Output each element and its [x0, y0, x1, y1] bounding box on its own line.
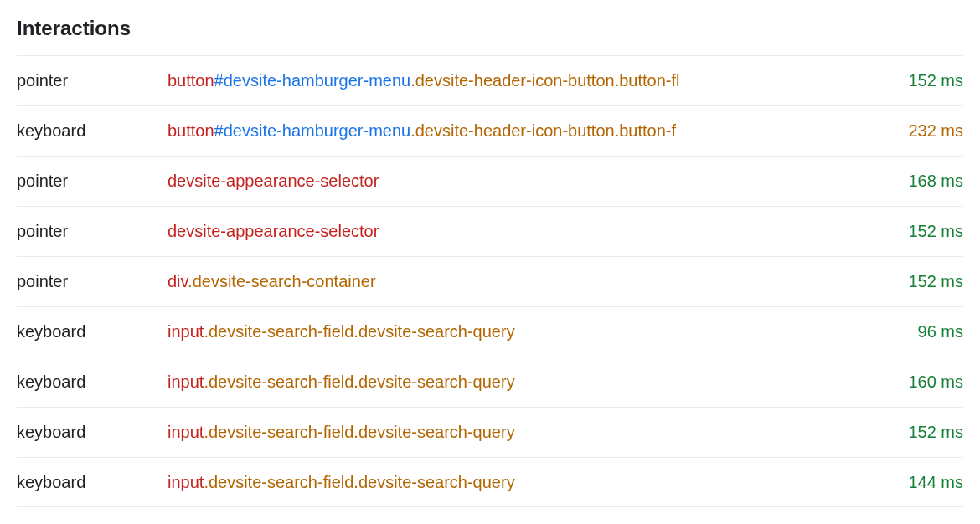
selector-tag: devsite-appearance-selector: [168, 222, 379, 240]
interaction-selector: button#devsite-hamburger-menu.devsite-he…: [168, 71, 908, 90]
selector-tag: button: [168, 71, 214, 90]
interaction-duration: 160 ms: [908, 372, 963, 392]
interaction-row[interactable]: pointerdevsite-appearance-selector152 ms: [17, 206, 963, 256]
interaction-duration: 152 ms: [908, 222, 963, 241]
selector-tag: div: [168, 272, 188, 290]
selector-cls: .devsite-header-icon-button.button-f: [410, 121, 676, 140]
section-title: Interactions: [17, 17, 963, 40]
interactions-list: pointerbutton#devsite-hamburger-menu.dev…: [17, 55, 963, 507]
interaction-duration: 152 ms: [908, 423, 963, 442]
interaction-selector: input.devsite-search-field.devsite-searc…: [168, 322, 918, 342]
interaction-duration: 96 ms: [918, 322, 963, 342]
interactions-panel: Interactions pointerbutton#devsite-hambu…: [17, 17, 963, 507]
selector-tag: button: [168, 121, 214, 140]
interaction-type: keyboard: [17, 423, 168, 442]
selector-cls: .devsite-search-field.devsite-search-que…: [204, 322, 514, 341]
interaction-type: pointer: [17, 71, 168, 90]
selector-cls: .devsite-search-field.devsite-search-que…: [204, 473, 514, 491]
interaction-duration: 152 ms: [908, 272, 963, 291]
interaction-type: keyboard: [17, 121, 168, 141]
interaction-duration: 168 ms: [908, 172, 963, 191]
interaction-selector: input.devsite-search-field.devsite-searc…: [168, 473, 908, 492]
interaction-duration: 232 ms: [908, 121, 963, 141]
interaction-selector: input.devsite-search-field.devsite-searc…: [168, 372, 908, 392]
interaction-row[interactable]: keyboardinput.devsite-search-field.devsi…: [17, 407, 963, 457]
interaction-type: pointer: [17, 172, 168, 191]
interaction-type: keyboard: [17, 372, 168, 392]
selector-tag: input: [168, 473, 204, 491]
selector-cls: .devsite-search-field.devsite-search-que…: [204, 372, 514, 391]
selector-id: #devsite-hamburger-menu: [214, 71, 411, 90]
interaction-row[interactable]: keyboardbutton#devsite-hamburger-menu.de…: [17, 105, 963, 156]
selector-cls: .devsite-search-container: [188, 272, 376, 290]
selector-tag: input: [168, 322, 204, 341]
interaction-duration: 152 ms: [908, 71, 963, 90]
interaction-type: pointer: [17, 272, 168, 291]
interaction-selector: devsite-appearance-selector: [168, 172, 908, 191]
interaction-duration: 144 ms: [908, 473, 963, 492]
interaction-row[interactable]: keyboardinput.devsite-search-field.devsi…: [17, 357, 963, 407]
interaction-selector: div.devsite-search-container: [168, 272, 908, 291]
interaction-selector: input.devsite-search-field.devsite-searc…: [168, 423, 908, 442]
interaction-row[interactable]: pointerdevsite-appearance-selector168 ms: [17, 156, 963, 206]
selector-tag: input: [168, 423, 204, 441]
selector-tag: input: [168, 372, 204, 391]
interaction-type: keyboard: [17, 322, 168, 342]
interaction-row[interactable]: pointerbutton#devsite-hamburger-menu.dev…: [17, 55, 963, 105]
selector-id: #devsite-hamburger-menu: [214, 121, 411, 140]
interaction-selector: devsite-appearance-selector: [168, 222, 908, 241]
interaction-row[interactable]: keyboardinput.devsite-search-field.devsi…: [17, 457, 963, 507]
selector-cls: .devsite-header-icon-button.button-fl: [410, 71, 679, 90]
selector-cls: .devsite-search-field.devsite-search-que…: [204, 423, 514, 441]
interaction-type: pointer: [17, 222, 168, 241]
interaction-row[interactable]: pointerdiv.devsite-search-container152 m…: [17, 256, 963, 306]
selector-tag: devsite-appearance-selector: [168, 172, 379, 190]
interaction-row[interactable]: keyboardinput.devsite-search-field.devsi…: [17, 306, 963, 357]
interaction-selector: button#devsite-hamburger-menu.devsite-he…: [168, 121, 908, 141]
interaction-type: keyboard: [17, 473, 168, 492]
